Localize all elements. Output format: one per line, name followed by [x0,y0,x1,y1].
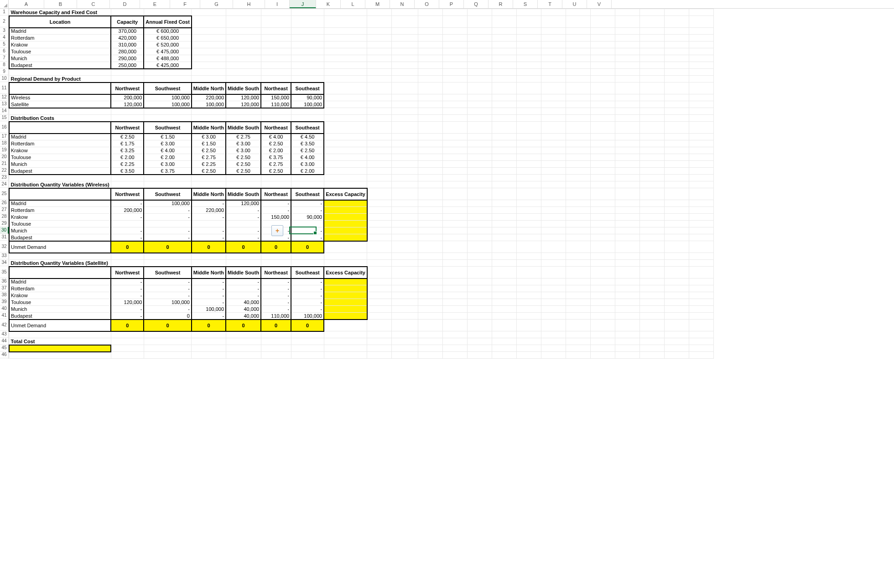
cell-C43[interactable] [144,331,192,338]
cell-R19[interactable] [591,147,615,154]
cell-P19[interactable] [541,147,566,154]
cell-G18[interactable]: € 3.50 [291,140,324,147]
cell-U19[interactable] [665,147,689,154]
cell-E3[interactable] [226,28,261,35]
cell-T2[interactable] [640,16,665,28]
cell-I35[interactable] [367,267,392,279]
cell-B39[interactable]: 120,000 [111,299,144,306]
cell-E5[interactable] [226,41,261,48]
cell-C3[interactable]: € 600,000 [144,28,192,35]
cell-J34[interactable] [392,260,418,267]
cell-H6[interactable] [324,48,367,55]
cell-C5[interactable]: € 520,000 [144,41,192,48]
cell-N7[interactable] [492,55,517,62]
cell-S23[interactable] [615,175,640,181]
row-header-37[interactable]: 37 [0,285,8,292]
cell-I10[interactable] [367,76,392,83]
cell-I23[interactable] [367,175,392,181]
cell-L8[interactable] [443,62,468,69]
cell-M29[interactable] [468,221,492,227]
cell-M34[interactable] [468,260,492,267]
cell-O3[interactable] [517,28,541,35]
cell-R1[interactable] [591,9,615,16]
cell-K27[interactable] [418,207,443,214]
cell-G26[interactable]: - [291,200,324,207]
row-header-1[interactable]: 1 [0,9,8,15]
cell-D21[interactable]: € 2.25 [192,161,226,168]
cell-G15[interactable] [291,115,324,122]
cell-V28[interactable] [689,214,714,221]
cell-A13[interactable]: Satellite [9,101,111,108]
cell-E18[interactable]: € 3.00 [226,140,261,147]
cell-K20[interactable] [418,154,443,161]
cell-J1[interactable] [392,9,418,16]
cell-I45[interactable] [367,345,392,352]
cell-C20[interactable]: € 2.00 [144,154,192,161]
cell-G8[interactable] [291,62,324,69]
cell-B20[interactable]: € 2.00 [111,154,144,161]
cell-B44[interactable] [111,338,144,345]
cell-I4[interactable] [367,35,392,41]
cell-I9[interactable] [367,69,392,76]
cell-L11[interactable] [443,83,468,94]
cell-Q30[interactable] [566,227,591,234]
cell-M15[interactable] [468,115,492,122]
cell-V33[interactable] [689,253,714,260]
cell-D42[interactable]: 0 [192,320,226,331]
cell-N27[interactable] [492,207,517,214]
cell-A24[interactable]: Distribution Quantity Variables (Wireles… [9,181,111,188]
cell-K17[interactable] [418,134,443,140]
cell-T38[interactable] [640,292,665,299]
cell-R13[interactable] [591,101,615,108]
cell-V40[interactable] [689,306,714,313]
cell-S45[interactable] [615,345,640,352]
cell-H35[interactable]: Excess Capacity [324,267,367,279]
cell-T6[interactable] [640,48,665,55]
cell-M38[interactable] [468,292,492,299]
cell-C31[interactable]: - [144,234,192,241]
cell-L46[interactable] [443,352,468,359]
cell-N16[interactable] [492,122,517,134]
cell-C9[interactable] [144,69,192,76]
cell-U27[interactable] [665,207,689,214]
cell-V1[interactable] [689,9,714,16]
cell-F25[interactable]: Northeast [261,188,291,200]
cell-K1[interactable] [418,9,443,16]
cell-K34[interactable] [418,260,443,267]
cell-A19[interactable]: Krakow [9,147,111,154]
cell-N4[interactable] [492,35,517,41]
cell-F15[interactable] [261,115,291,122]
cell-G11[interactable]: Southeast [291,83,324,94]
cell-P11[interactable] [541,83,566,94]
cell-B1[interactable] [111,9,144,16]
cell-O13[interactable] [517,101,541,108]
cell-E30[interactable]: - [226,227,261,234]
cell-T41[interactable] [640,313,665,320]
cell-R31[interactable] [591,234,615,241]
cell-S9[interactable] [615,69,640,76]
cell-V36[interactable] [689,279,714,285]
cell-E40[interactable]: 40,000 [226,306,261,313]
cell-F32[interactable]: 0 [261,241,291,253]
cell-I41[interactable] [367,313,392,320]
cell-Q40[interactable] [566,306,591,313]
cell-F27[interactable]: - [261,207,291,214]
cell-D8[interactable] [192,62,226,69]
cell-O30[interactable] [517,227,541,234]
cell-P36[interactable] [541,279,566,285]
cell-I24[interactable] [367,181,392,188]
cell-E33[interactable] [226,253,261,260]
row-header-11[interactable]: 11 [0,82,8,94]
cell-O27[interactable] [517,207,541,214]
cell-F46[interactable] [261,352,291,359]
cell-R43[interactable] [591,331,615,338]
cell-Q24[interactable] [566,181,591,188]
cell-P45[interactable] [541,345,566,352]
cell-J29[interactable] [392,221,418,227]
cell-U45[interactable] [665,345,689,352]
cell-H27[interactable] [324,207,367,214]
cell-B3[interactable]: 370,000 [111,28,144,35]
cell-P22[interactable] [541,168,566,175]
cell-R11[interactable] [591,83,615,94]
cell-M10[interactable] [468,76,492,83]
